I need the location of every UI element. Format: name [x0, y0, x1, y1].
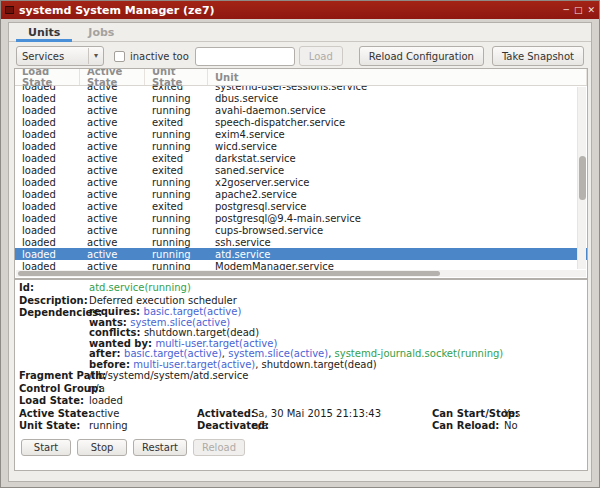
table-row[interactable]: loadedactiveexitedsystemd-user-sessions.…: [15, 86, 587, 92]
cell-unit: ssh.service: [208, 237, 587, 248]
cell-active-state: active: [80, 129, 145, 140]
vertical-scrollbar-thumb[interactable]: [579, 156, 586, 200]
table-row[interactable]: loadedactiverunningdbus.service: [15, 92, 587, 104]
cell-unit: x2goserver.service: [208, 177, 587, 188]
detail-label-id: Id:: [19, 282, 89, 295]
cell-unit-state: running: [145, 93, 208, 104]
start-button[interactable]: Start: [21, 439, 71, 456]
column-header-unit-state[interactable]: Unit State: [145, 69, 208, 85]
table-row[interactable]: loadedactiverunningx2goserver.service: [15, 176, 587, 188]
dependency-link[interactable]: multi-user.target(active): [133, 359, 255, 370]
cell-active-state: active: [80, 189, 145, 200]
column-header-active-state[interactable]: Active State: [80, 69, 145, 85]
cell-load-state: loaded: [15, 129, 80, 140]
cell-unit-state: running: [145, 105, 208, 116]
detail-value-deactivated: n/a: [252, 420, 432, 433]
inactive-too-label: inactive too: [130, 51, 189, 62]
cell-unit-state: running: [145, 213, 208, 224]
cell-active-state: active: [80, 141, 145, 152]
cell-unit: postgresql.service: [208, 201, 587, 212]
tab-units-label: Units: [28, 26, 60, 39]
cell-load-state: loaded: [15, 153, 80, 164]
table-row[interactable]: loadedactiveexitedsaned.service: [15, 164, 587, 176]
horizontal-scrollbar-thumb[interactable]: [18, 271, 440, 276]
detail-label-control-group: Control Group:: [19, 383, 89, 396]
table-row[interactable]: loadedactiveexitedpostgresql.service: [15, 200, 587, 212]
cell-active-state: active: [80, 249, 145, 260]
table-row[interactable]: loadedactiveexitedspeech-dispatcher.serv…: [15, 116, 587, 128]
close-icon[interactable]: ✕: [587, 6, 595, 15]
take-snapshot-button[interactable]: Take Snapshot: [492, 46, 584, 66]
cell-load-state: loaded: [15, 117, 80, 128]
minimize-icon[interactable]: ─: [564, 6, 569, 15]
unit-type-dropdown[interactable]: Services ▾: [16, 46, 104, 66]
cell-load-state: loaded: [15, 86, 80, 92]
dependency-key: requires:: [89, 306, 144, 317]
horizontal-scrollbar[interactable]: [16, 270, 586, 277]
inactive-too-checkbox[interactable]: inactive too: [114, 51, 189, 62]
detail-value-can-start-stop: Yes: [504, 408, 583, 421]
detail-value-load-state: loaded: [89, 395, 583, 408]
detail-value-id: atd.service(running): [89, 282, 583, 295]
dependency-link[interactable]: basic.target(active): [124, 348, 222, 359]
cell-unit-state: running: [145, 177, 208, 188]
detail-label-dependencies: Dependencies:: [19, 307, 89, 320]
cell-load-state: loaded: [15, 225, 80, 236]
detail-label-fragment-path: Fragment Path:: [19, 370, 89, 383]
maximize-icon[interactable]: □: [574, 6, 583, 15]
tab-units[interactable]: Units: [14, 23, 74, 42]
table-row[interactable]: loadedactiverunningavahi-daemon.service: [15, 104, 587, 116]
dependency-text: shutdown.target(dead): [144, 327, 259, 338]
unit-details-panel: Id: atd.service(running) Description: De…: [14, 279, 588, 471]
cell-load-state: loaded: [15, 249, 80, 260]
vertical-scrollbar[interactable]: [577, 87, 586, 269]
table-row[interactable]: loadedactiverunningwicd.service: [15, 140, 587, 152]
table-row[interactable]: loadedactiverunningcups-browsed.service: [15, 224, 587, 236]
table-row[interactable]: loadedactiverunningexim4.service: [15, 128, 587, 140]
chevron-down-icon: ▾: [88, 48, 98, 64]
cell-unit: cups-browsed.service: [208, 225, 587, 236]
cell-unit-state: running: [145, 237, 208, 248]
restart-button[interactable]: Restart: [133, 439, 187, 456]
detail-value-control-group: n/a: [89, 383, 583, 396]
reload-button[interactable]: Reload: [193, 439, 245, 456]
load-button[interactable]: Load: [299, 46, 343, 66]
dependency-link[interactable]: multi-user.target(active): [155, 338, 277, 349]
detail-value-can-reload: No: [504, 420, 583, 433]
table-row[interactable]: loadedactiverunningssh.service: [15, 236, 587, 248]
column-header-unit[interactable]: Unit: [208, 69, 587, 85]
table-row[interactable]: loadedactiverunningpostgresql@9.4-main.s…: [15, 212, 587, 224]
titlebar[interactable]: systemd System Manager (ze7) ─ □ ✕: [1, 1, 599, 19]
cell-active-state: active: [80, 93, 145, 104]
detail-value-activated: Sa, 30 Mai 2015 21:13:43: [252, 408, 432, 421]
stop-button[interactable]: Stop: [77, 439, 127, 456]
column-header-load-state[interactable]: Load State: [15, 69, 80, 85]
table-row[interactable]: loadedactiverunningapache2.service: [15, 188, 587, 200]
cell-unit: saned.service: [208, 165, 587, 176]
unit-table: Load State Active State Unit State Unit …: [14, 68, 588, 279]
dependency-link[interactable]: systemd-journald.socket(running): [335, 348, 504, 359]
dependency-text: shutdown.target(dead): [262, 359, 377, 370]
cell-unit-state: exited: [145, 117, 208, 128]
cell-load-state: loaded: [15, 189, 80, 200]
cell-active-state: active: [80, 201, 145, 212]
dependency-link[interactable]: basic.target(active): [144, 306, 242, 317]
dependency-line: before: multi-user.target(active), shutd…: [89, 360, 583, 371]
dependency-link[interactable]: system.slice(active): [228, 348, 328, 359]
cell-active-state: active: [80, 105, 145, 116]
cell-active-state: active: [80, 225, 145, 236]
dependency-key: wanted by:: [89, 338, 155, 349]
cell-unit: exim4.service: [208, 129, 587, 140]
cell-active-state: active: [80, 153, 145, 164]
cell-unit-state: exited: [145, 153, 208, 164]
checkbox-box[interactable]: [114, 51, 125, 62]
detail-label-activated: Activated:: [197, 408, 252, 421]
dependency-key: after:: [89, 348, 124, 359]
cell-unit: speech-dispatcher.service: [208, 117, 587, 128]
table-row[interactable]: loadedactiveexiteddarkstat.service: [15, 152, 587, 164]
unit-name-input[interactable]: [195, 47, 295, 66]
table-row[interactable]: loadedactiverunningatd.service: [15, 248, 587, 260]
tab-jobs[interactable]: Jobs: [74, 23, 128, 42]
dependency-link[interactable]: system.slice(active): [130, 317, 230, 328]
reload-configuration-button[interactable]: Reload Configuration: [359, 46, 484, 66]
